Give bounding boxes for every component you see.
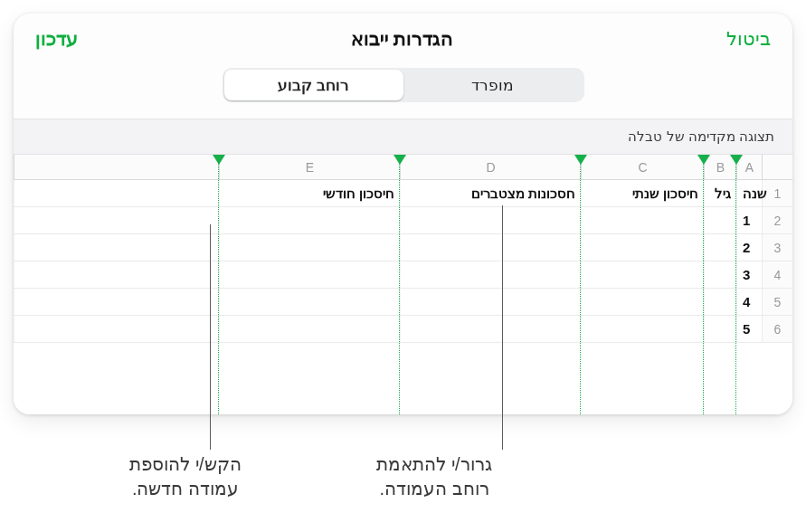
cell[interactable]: 4	[736, 289, 762, 315]
column-divider-handle[interactable]	[730, 155, 743, 165]
column-header-C[interactable]: C	[581, 155, 704, 179]
cell[interactable]: חיסכון שנתי	[581, 180, 704, 206]
cell[interactable]: 2	[736, 234, 762, 261]
cell[interactable]	[704, 207, 736, 233]
row-number: 5	[762, 289, 792, 315]
row-number: 2	[762, 207, 792, 233]
cell[interactable]: 5	[736, 316, 762, 342]
table-row: 1 שנה גיל חיסכון שנתי חסכונות מצטברים חי…	[14, 180, 792, 207]
update-button[interactable]: עדכון	[35, 28, 78, 50]
cell[interactable]: חסכונות מצטברים	[400, 180, 581, 206]
table-row: 6 5	[14, 316, 792, 343]
table-row: 5 4	[14, 289, 792, 316]
table-preview: A B C D E 1 שנה גיל	[14, 155, 792, 414]
column-divider-handle[interactable]	[574, 155, 587, 165]
cell[interactable]	[219, 207, 400, 233]
table-row: 4 3	[14, 261, 792, 289]
cell[interactable]: גיל	[704, 180, 736, 206]
corner-cell	[762, 155, 792, 179]
mode-segmented-control[interactable]: מופרד רוחב קבוע	[223, 68, 584, 102]
cancel-button[interactable]: ביטול	[726, 28, 771, 50]
row-number: 4	[762, 261, 792, 288]
panel-header: ביטול הגדרות ייבוא עדכון	[14, 14, 792, 59]
segment-delimited[interactable]: מופרד	[403, 70, 583, 100]
table-row: 2 1	[14, 207, 792, 234]
callout-drag-text: גרור/י להתאמת רוחב העמודה.	[344, 452, 525, 501]
callout-tap-text: הקש/י להוספת עמודה חדשה.	[95, 452, 276, 501]
import-settings-panel: ביטול הגדרות ייבוא עדכון מופרד רוחב קבוע…	[14, 14, 792, 414]
column-divider-handle[interactable]	[697, 155, 710, 165]
cell[interactable]: שנה	[736, 180, 762, 206]
segment-fixed-width[interactable]: רוחב קבוע	[224, 70, 403, 100]
cell[interactable]	[581, 207, 704, 233]
cell[interactable]	[400, 207, 581, 233]
column-header-D[interactable]: D	[400, 155, 581, 179]
cell[interactable]: חיסכון חודשי	[219, 180, 400, 206]
column-header-E[interactable]: E	[219, 155, 400, 179]
column-divider-handle[interactable]	[394, 155, 406, 165]
cell[interactable]: 1	[736, 207, 762, 233]
callout-leader	[210, 224, 211, 450]
row-number: 3	[762, 234, 792, 261]
callout-leader	[502, 205, 503, 450]
row-number: 6	[762, 316, 792, 342]
cell[interactable]: 3	[736, 261, 762, 288]
panel-title: הגדרות ייבוא	[351, 28, 454, 50]
table-row: 3 2	[14, 234, 792, 261]
preview-section-label: תצוגה מקדימה של טבלה	[14, 119, 792, 155]
column-divider-handle[interactable]	[213, 155, 225, 165]
